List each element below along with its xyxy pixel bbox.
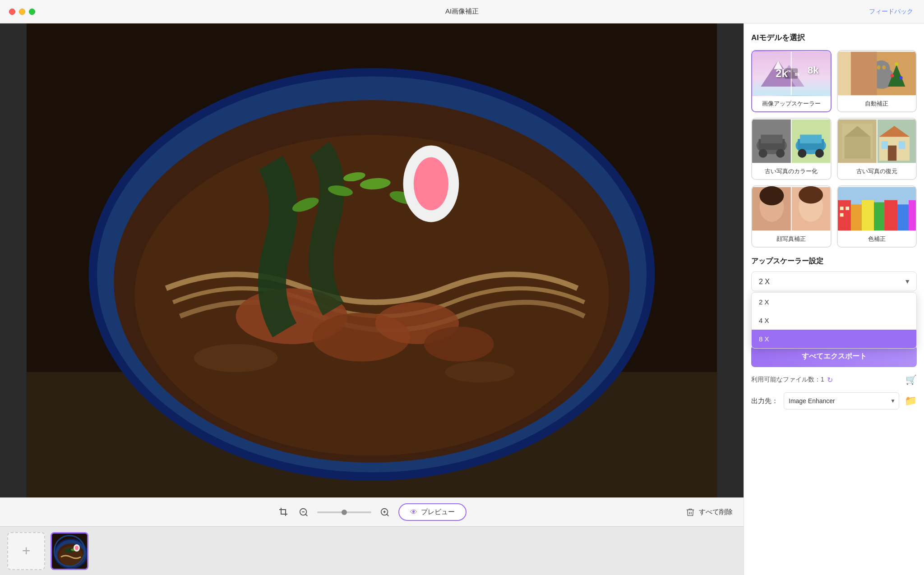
thumbnail-image — [52, 534, 87, 569]
preview-button[interactable]: 👁 プレビュー — [398, 503, 467, 521]
model-card-color[interactable]: 色補正 — [837, 185, 917, 248]
model-label-restore: 古い写真の復元 — [838, 164, 916, 179]
model-card-colorize[interactable]: 古い写真のカラー化 — [751, 118, 832, 180]
delete-all-label: すべて削除 — [699, 508, 733, 516]
maximize-button[interactable] — [29, 9, 35, 15]
svg-point-60 — [776, 149, 785, 157]
svg-rect-90 — [874, 202, 884, 231]
svg-point-27 — [57, 543, 84, 567]
svg-line-22 — [387, 514, 388, 516]
svg-rect-76 — [881, 141, 887, 149]
svg-point-50 — [895, 62, 898, 66]
output-select[interactable]: Image Enhancer Desktop Documents Downloa… — [784, 392, 899, 409]
app-title: AI画像補正 — [445, 7, 479, 16]
thumbnail-strip: + — [0, 526, 744, 575]
zoom-out-icon[interactable] — [297, 506, 310, 519]
svg-rect-58 — [761, 135, 782, 143]
svg-point-66 — [815, 149, 824, 157]
model-image-restore — [838, 119, 916, 164]
eye-icon: 👁 — [410, 508, 417, 516]
svg-rect-91 — [884, 196, 897, 230]
svg-rect-94 — [840, 207, 843, 210]
file-count-row: 利用可能なファイル数：1 ↻ 🛒 — [751, 374, 917, 385]
model-label-auto: 自動補正 — [838, 96, 916, 111]
svg-point-29 — [65, 548, 74, 553]
upscaler-settings-title: アップスケーラー設定 — [751, 257, 917, 266]
svg-point-30 — [71, 548, 76, 551]
minimize-button[interactable] — [19, 9, 25, 15]
svg-point-65 — [798, 149, 806, 157]
svg-rect-96 — [840, 213, 843, 217]
zoom-in-icon[interactable] — [379, 506, 391, 519]
file-count-text: 利用可能なファイル数：1 ↻ — [751, 376, 833, 384]
svg-point-17 — [445, 362, 515, 382]
svg-point-81 — [759, 186, 784, 205]
svg-text:8k: 8k — [795, 72, 799, 77]
add-image-button[interactable]: + — [7, 532, 45, 570]
right-panel: AIモデルを選択 — [744, 23, 924, 575]
svg-point-16 — [194, 344, 277, 372]
close-button[interactable] — [9, 9, 15, 15]
model-label-face: 顔写真補正 — [752, 231, 831, 247]
folder-icon[interactable]: 📁 — [905, 395, 917, 407]
model-section-title: AIモデルを選択 — [751, 32, 917, 43]
svg-rect-93 — [909, 200, 916, 230]
upscaler-dropdown[interactable]: 2 X 4 X 8 X — [751, 271, 917, 291]
svg-point-26 — [55, 539, 87, 568]
svg-rect-70 — [844, 137, 870, 158]
dropdown-option-8x[interactable]: 8 X — [752, 330, 916, 348]
svg-point-31 — [74, 544, 80, 552]
crop-icon[interactable] — [277, 506, 290, 519]
svg-rect-25 — [52, 534, 88, 570]
main-layout: 👁 プレビュー すべて削除 + — [0, 23, 924, 575]
svg-rect-75 — [887, 146, 896, 161]
model-card-face[interactable]: 顔写真補正 — [751, 185, 832, 248]
refresh-icon[interactable]: ↻ — [827, 376, 833, 384]
export-button[interactable]: すべてエクスポート — [751, 345, 917, 367]
model-image-upscaler: 2k → 8k — [752, 51, 831, 96]
delete-all-button[interactable]: すべて削除 — [685, 507, 733, 517]
output-label: 出力先： — [751, 397, 778, 405]
svg-rect-92 — [897, 204, 909, 230]
model-image-colorize — [752, 119, 831, 164]
feedback-link[interactable]: フィードバック — [869, 8, 913, 16]
model-label-color: 色補正 — [838, 231, 916, 247]
model-label-colorize: 古い写真のカラー化 — [752, 164, 831, 179]
model-image-color — [838, 186, 916, 231]
svg-point-59 — [758, 149, 767, 157]
output-select-container: Image Enhancer Desktop Documents Downloa… — [784, 392, 899, 409]
svg-rect-97 — [838, 187, 916, 200]
model-image-face — [752, 186, 831, 231]
svg-rect-95 — [845, 207, 849, 210]
dropdown-option-4x[interactable]: 4 X — [752, 311, 916, 330]
model-image-auto — [838, 51, 916, 96]
preview-label: プレビュー — [421, 508, 455, 516]
svg-point-48 — [882, 65, 886, 70]
image-toolbar: 👁 プレビュー すべて削除 — [0, 497, 744, 526]
model-card-restore[interactable]: 古い写真の復元 — [837, 118, 917, 180]
svg-rect-53 — [838, 52, 851, 95]
svg-rect-88 — [850, 204, 861, 230]
svg-text:2k: 2k — [787, 69, 791, 73]
thumbnail-item[interactable] — [51, 532, 88, 570]
svg-point-52 — [899, 76, 902, 80]
zoom-slider[interactable] — [317, 511, 371, 513]
svg-point-51 — [890, 74, 894, 78]
output-row: 出力先： Image Enhancer Desktop Documents Do… — [751, 392, 917, 409]
window-controls — [9, 9, 35, 15]
svg-point-8 — [424, 327, 494, 361]
left-panel: 👁 プレビュー すべて削除 + — [0, 23, 744, 575]
model-label-upscaler: 画像アップスケーラー — [752, 96, 831, 111]
svg-rect-87 — [838, 200, 851, 230]
svg-point-28 — [59, 546, 83, 566]
svg-rect-89 — [862, 198, 874, 230]
model-card-auto[interactable]: 自動補正 — [837, 50, 917, 112]
titlebar: AI画像補正 フィードバック — [0, 0, 924, 23]
cart-icon[interactable]: 🛒 — [906, 374, 917, 385]
model-card-upscaler[interactable]: 2k → 8k 画像アップスケーラー — [751, 50, 832, 112]
export-label: すべてエクスポート — [802, 352, 867, 361]
upscaler-dropdown-container: 2 X 4 X 8 X ▼ 2 X 4 X 8 X — [751, 271, 917, 291]
main-image — [0, 23, 744, 497]
image-area — [0, 23, 744, 497]
dropdown-option-2x[interactable]: 2 X — [752, 293, 916, 311]
